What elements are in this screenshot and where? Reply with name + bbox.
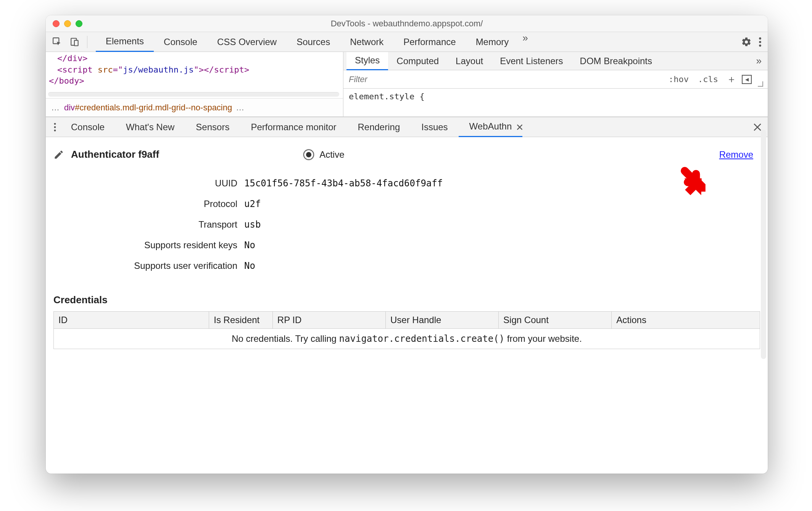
- tab-sources[interactable]: Sources: [287, 32, 340, 52]
- window-title: DevTools - webauthndemo.appspot.com/: [46, 19, 768, 29]
- col-actions[interactable]: Actions: [612, 312, 760, 329]
- dom-line: <script: [57, 65, 98, 74]
- svg-point-8: [54, 129, 56, 131]
- gear-icon[interactable]: [741, 37, 752, 47]
- active-label: Active: [319, 149, 344, 160]
- divider: [87, 36, 87, 48]
- tabs-overflow-icon[interactable]: »: [519, 32, 532, 52]
- dom-val: js/webauthn.js: [123, 65, 193, 74]
- svg-point-7: [54, 126, 56, 128]
- tab-memory[interactable]: Memory: [466, 32, 519, 52]
- breadcrumb-item[interactable]: div#credentials.mdl-grid.mdl-grid--no-sp…: [64, 103, 232, 113]
- resize-corner[interactable]: [758, 81, 763, 87]
- toolbar-right: [741, 37, 764, 47]
- toggle-sidebar-icon[interactable]: [742, 75, 752, 84]
- col-signcount[interactable]: Sign Count: [499, 312, 612, 329]
- remove-link[interactable]: Remove: [719, 149, 760, 160]
- drawer-tab-rendering[interactable]: Rendering: [347, 117, 411, 137]
- prop-val: u2f: [244, 199, 760, 209]
- dom-close: "></scr: [194, 65, 229, 74]
- kebab-icon[interactable]: [759, 37, 762, 47]
- elements-pane: </div> <script src="js/webauthn.js"></sc…: [46, 52, 343, 116]
- drawer-tab-whatsnew[interactable]: What's New: [115, 117, 185, 137]
- prop-val: 15c01f56-785f-43b4-ab58-4facd60f9aff: [244, 178, 760, 189]
- breadcrumb[interactable]: … div#credentials.mdl-grid.mdl-grid--no-…: [46, 98, 343, 116]
- hov-button[interactable]: :hov: [664, 74, 693, 84]
- tab-network[interactable]: Network: [340, 32, 393, 52]
- dom-line: </div>: [57, 53, 87, 63]
- prop-val: usb: [244, 219, 760, 230]
- active-radio-group: Active: [303, 149, 344, 160]
- credentials-empty: No credentials. Try calling navigator.cr…: [54, 329, 760, 349]
- edit-icon[interactable]: [53, 149, 64, 160]
- dom-line: </body>: [49, 76, 84, 86]
- subtab-dom-breakpoints[interactable]: DOM Breakpoints: [572, 52, 661, 70]
- drawer: Console What's New Sensors Performance m…: [46, 117, 768, 416]
- credentials-table: ID Is Resident RP ID User Handle Sign Co…: [53, 311, 760, 349]
- inspect-icon[interactable]: [50, 34, 65, 50]
- prop-key: Protocol: [65, 199, 244, 209]
- dom-attr: src: [98, 65, 113, 74]
- drawer-kebab-icon[interactable]: [50, 122, 60, 132]
- close-tab-icon[interactable]: [516, 123, 524, 131]
- styles-tabs: Styles Computed Layout Event Listeners D…: [343, 52, 768, 70]
- svg-point-4: [759, 41, 761, 43]
- credentials-heading: Credentials: [53, 294, 760, 306]
- col-isresident[interactable]: Is Resident: [209, 312, 273, 329]
- active-radio[interactable]: [303, 149, 314, 160]
- col-rpid[interactable]: RP ID: [272, 312, 385, 329]
- drawer-tab-console[interactable]: Console: [60, 117, 115, 137]
- styles-filter-input[interactable]: [343, 70, 664, 88]
- drawer-tab-sensors[interactable]: Sensors: [185, 117, 240, 137]
- webauthn-panel: Authenticator f9aff Active Remove UUID 1…: [46, 137, 768, 416]
- styles-filterbar: :hov .cls ＋: [343, 70, 768, 89]
- element-style-block[interactable]: element.style {: [343, 89, 768, 104]
- prop-val: No: [244, 240, 760, 251]
- dom-source[interactable]: </div> <script src="js/webauthn.js"></sc…: [46, 52, 343, 92]
- svg-point-5: [759, 44, 761, 47]
- tab-performance[interactable]: Performance: [393, 32, 466, 52]
- styles-pane: Styles Computed Layout Event Listeners D…: [343, 52, 768, 116]
- drawer-tab-perfmon[interactable]: Performance monitor: [240, 117, 347, 137]
- dom-close: ipt>: [229, 65, 249, 74]
- subtab-styles[interactable]: Styles: [346, 52, 388, 70]
- drawer-tab-issues[interactable]: Issues: [411, 117, 458, 137]
- new-style-rule-icon[interactable]: ＋: [723, 73, 740, 86]
- svg-point-6: [54, 123, 56, 125]
- close-drawer-icon[interactable]: [752, 122, 762, 132]
- content-split: </div> <script src="js/webauthn.js"></sc…: [46, 52, 768, 117]
- col-id[interactable]: ID: [54, 312, 209, 329]
- col-userhandle[interactable]: User Handle: [385, 312, 498, 329]
- tab-elements[interactable]: Elements: [96, 32, 154, 52]
- main-toolbar: Elements Console CSS Overview Sources Ne…: [46, 32, 768, 52]
- subtab-computed[interactable]: Computed: [388, 52, 447, 70]
- prop-key: Transport: [65, 219, 244, 230]
- authenticator-title: Authenticator f9aff: [71, 149, 159, 160]
- cls-button[interactable]: .cls: [693, 74, 723, 84]
- svg-point-3: [759, 37, 761, 39]
- titlebar: DevTools - webauthndemo.appspot.com/: [46, 15, 768, 32]
- subtab-event-listeners[interactable]: Event Listeners: [491, 52, 571, 70]
- vertical-scrollbar[interactable]: [761, 130, 766, 359]
- device-toggle-icon[interactable]: [67, 34, 82, 50]
- svg-rect-2: [74, 40, 78, 45]
- subtab-layout[interactable]: Layout: [447, 52, 491, 70]
- authenticator-properties: UUID 15c01f56-785f-43b4-ab58-4facd60f9af…: [65, 178, 760, 271]
- tab-css-overview[interactable]: CSS Overview: [207, 32, 287, 52]
- breadcrumb-prefix: …: [51, 103, 60, 113]
- subtabs-overflow-icon[interactable]: »: [753, 55, 765, 67]
- drawer-tab-webauthn[interactable]: WebAuthn: [459, 117, 523, 137]
- authenticator-header: Authenticator f9aff Active Remove: [53, 149, 760, 160]
- prop-val: No: [244, 260, 760, 271]
- devtools-window: DevTools - webauthndemo.appspot.com/ Ele…: [46, 15, 768, 474]
- prop-key: Supports user verification: [65, 260, 244, 271]
- drawer-tabs: Console What's New Sensors Performance m…: [46, 117, 768, 137]
- horizontal-scrollbar[interactable]: [48, 92, 339, 97]
- dom-eq: =": [113, 65, 123, 74]
- prop-key: Supports resident keys: [65, 240, 244, 251]
- main-tabs: Elements Console CSS Overview Sources Ne…: [96, 32, 739, 52]
- prop-key: UUID: [65, 178, 244, 189]
- tab-console[interactable]: Console: [154, 32, 207, 52]
- breadcrumb-suffix: …: [236, 103, 245, 113]
